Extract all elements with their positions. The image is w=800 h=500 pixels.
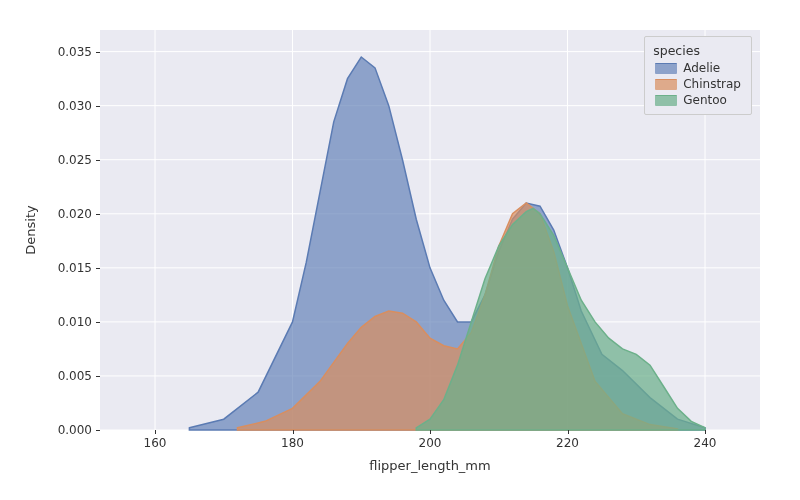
y-tick-label: 0.010	[22, 315, 92, 329]
y-tick-label: 0.020	[22, 207, 92, 221]
kde-areas	[189, 57, 705, 430]
legend-swatch-icon	[655, 63, 677, 74]
legend-label: Adelie	[683, 61, 720, 75]
y-tick-mark	[96, 322, 100, 323]
x-tick-label: 200	[419, 436, 442, 450]
plot-axes: species AdelieChinstrapGentoo	[100, 30, 760, 430]
y-tick-mark	[96, 52, 100, 53]
x-tick-label: 180	[281, 436, 304, 450]
legend-entry-gentoo: Gentoo	[653, 92, 743, 108]
legend: species AdelieChinstrapGentoo	[644, 36, 752, 115]
legend-title: species	[653, 43, 743, 58]
x-tick-label: 160	[144, 436, 167, 450]
y-tick-label: 0.000	[22, 423, 92, 437]
x-tick-label: 240	[694, 436, 717, 450]
y-tick-mark	[96, 106, 100, 107]
y-tick-label: 0.030	[22, 99, 92, 113]
y-tick-label: 0.035	[22, 45, 92, 59]
y-tick-label: 0.015	[22, 261, 92, 275]
x-tick-mark	[155, 430, 156, 434]
legend-label: Chinstrap	[683, 77, 741, 91]
y-tick-mark	[96, 214, 100, 215]
y-tick-mark	[96, 376, 100, 377]
x-tick-mark	[293, 430, 294, 434]
y-tick-label: 0.005	[22, 369, 92, 383]
legend-entry-adelie: Adelie	[653, 60, 743, 76]
x-tick-mark	[430, 430, 431, 434]
figure: species AdelieChinstrapGentoo Density fl…	[0, 0, 800, 500]
kde-series-gentoo	[416, 208, 705, 430]
y-tick-mark	[96, 430, 100, 431]
x-tick-mark	[568, 430, 569, 434]
y-tick-mark	[96, 268, 100, 269]
x-tick-mark	[705, 430, 706, 434]
x-tick-label: 220	[556, 436, 579, 450]
legend-swatch-icon	[655, 95, 677, 106]
legend-swatch-icon	[655, 79, 677, 90]
legend-label: Gentoo	[683, 93, 727, 107]
y-tick-mark	[96, 160, 100, 161]
legend-entry-chinstrap: Chinstrap	[653, 76, 743, 92]
y-tick-label: 0.025	[22, 153, 92, 167]
x-axis-label: flipper_length_mm	[369, 458, 490, 473]
